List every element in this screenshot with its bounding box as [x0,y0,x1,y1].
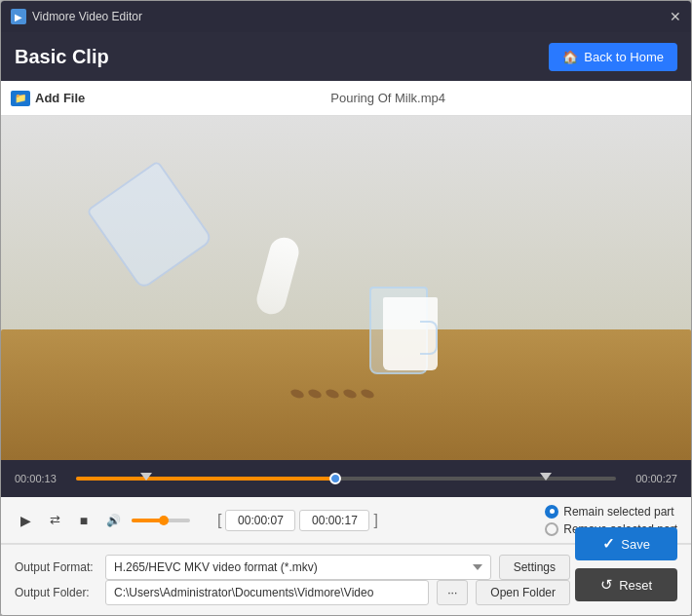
title-bar-left: ▶ Vidmore Video Editor [11,9,142,24]
video-preview [1,116,691,460]
save-check-icon: ✓ [602,535,615,553]
main-window: ▶ Vidmore Video Editor ✕ Basic Clip 🏠 Ba… [0,0,692,616]
time-start: 00:00:13 [15,473,68,484]
clip-end-input[interactable] [299,510,369,531]
reset-label: Reset [619,578,652,593]
remove-radio[interactable] [545,522,558,536]
time-end: 00:00:27 [624,473,677,484]
timeline-area: 00:00:13 00:00:27 [1,460,691,497]
app-icon: ▶ [11,9,26,24]
timeline-filled [76,477,335,481]
volume-thumb[interactable] [159,516,169,525]
volume-slider[interactable] [132,519,190,522]
format-select[interactable]: H.265/HEVC MKV video format (*.mkv) [105,555,491,580]
loop-button[interactable]: ⇄ [44,510,65,531]
almonds [290,390,374,398]
folder-path-input[interactable] [105,580,429,605]
file-name: Pouring Of Milk.mp4 [95,91,681,105]
glass-body [369,287,428,374]
stop-button[interactable]: ■ [73,510,95,531]
action-buttons: ✓ Save ↺ Reset [575,527,677,601]
clip-time-group: [ ] [217,510,378,531]
stop-icon: ■ [80,513,88,528]
browse-button[interactable]: ··· [437,580,468,605]
format-select-wrapper: H.265/HEVC MKV video format (*.mkv) [105,555,491,580]
open-folder-button[interactable]: Open Folder [476,580,570,605]
format-row: Output Format: H.265/HEVC MKV video form… [15,555,570,580]
timeline-track-container[interactable] [76,469,616,488]
save-button[interactable]: ✓ Save [575,527,677,560]
timeline-track[interactable] [76,477,616,481]
reset-button[interactable]: ↺ Reset [575,568,677,601]
clip-bracket-right: ] [373,512,377,529]
timeline-marker-left [140,473,152,481]
play-icon: ▶ [20,513,31,528]
add-file-icon: 📁 [11,91,30,106]
glass-element [360,267,438,374]
clip-bracket-left: [ [217,512,221,529]
remain-radio[interactable] [545,505,558,519]
clip-start-input[interactable] [225,510,295,531]
timeline-marker-right [540,473,552,481]
remain-option[interactable]: Remain selected part [545,505,677,519]
home-icon: 🏠 [562,50,578,64]
page-title: Basic Clip [15,46,109,68]
window-title: Vidmore Video Editor [32,10,142,23]
file-bar: 📁 Add File Pouring Of Milk.mp4 [1,81,691,116]
timeline-thumb[interactable] [329,473,341,484]
format-label: Output Format: [15,560,97,574]
save-label: Save [621,537,650,552]
folder-label: Output Folder: [15,586,97,599]
folder-row: Output Folder: ··· Open Folder [15,580,570,605]
settings-button[interactable]: Settings [499,555,570,580]
back-home-label: Back to Home [584,50,664,64]
back-home-button[interactable]: 🏠 Back to Home [549,43,677,71]
header-bar: Basic Clip 🏠 Back to Home [1,32,691,81]
add-file-button[interactable]: 📁 Add File [11,91,85,106]
play-button[interactable]: ▶ [15,510,36,531]
add-file-label: Add File [35,91,85,105]
title-bar: ▶ Vidmore Video Editor ✕ [1,1,691,32]
output-area: Output Format: H.265/HEVC MKV video form… [1,544,691,615]
glass-handle [420,321,438,355]
remain-label: Remain selected part [563,505,673,519]
close-button[interactable]: ✕ [670,10,681,23]
reset-icon: ↺ [600,576,613,594]
volume-button[interactable]: 🔊 [102,510,124,531]
video-area [1,116,691,460]
